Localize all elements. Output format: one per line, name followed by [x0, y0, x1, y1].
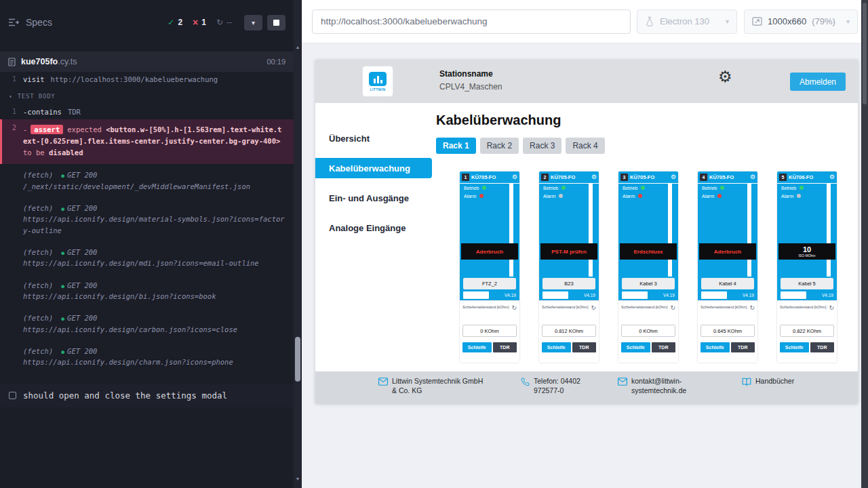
browser-pane: Electron 130 ▾ 1000x660 (79%) ▾ LI — [302, 0, 868, 488]
scrollbar-thumb[interactable] — [295, 337, 300, 382]
logo-icon — [369, 72, 387, 86]
device-model: KÜ705-FO — [551, 174, 589, 180]
specs-label[interactable]: Specs — [26, 17, 52, 28]
meas-label: Schleifenwiderstand [kOhm] — [621, 305, 670, 309]
specs-list-icon[interactable] — [8, 18, 20, 27]
alarm-led — [559, 194, 563, 198]
refresh-icon[interactable]: ↻ — [670, 305, 675, 311]
scroll-down-icon[interactable]: ▼ — [294, 476, 302, 481]
next-test-title[interactable]: should open and close the settings modal — [0, 384, 294, 407]
cable-strip — [747, 184, 751, 277]
fetch-status: GET 200 — [67, 281, 97, 289]
cable-name: B23 — [542, 278, 595, 289]
command-visit[interactable]: 1 visit http://localhost:3000/kabelueber… — [0, 72, 294, 87]
sidebar-item-analoge-eingaenge[interactable]: Analoge Eingänge — [315, 213, 432, 243]
tab-rack-2[interactable]: Rack 2 — [480, 138, 519, 154]
device-card: 1 KÜ705-FO ⚙ Betrieb Alarm Aderbruch FTZ… — [460, 171, 519, 363]
device-settings-icon[interactable]: ⚙ — [591, 174, 597, 180]
tdr-button[interactable]: TDR — [652, 342, 675, 352]
meas-label: Schleifenwiderstand [kOhm] — [780, 305, 829, 309]
meas-value: 0.645 KOhm — [701, 325, 755, 337]
sidebar-item-kabelueberwachung[interactable]: Kabelüberwachung — [315, 158, 432, 178]
fetch-status: GET 200 — [67, 204, 97, 212]
fetch-label: (fetch) — [23, 314, 53, 322]
device-settings-icon[interactable]: ⚙ — [750, 174, 755, 180]
device-model: KÜ705-FO — [709, 174, 748, 180]
tdr-button[interactable]: TDR — [810, 342, 834, 352]
device-card-header: 1 KÜ705-FO ⚙ — [460, 171, 519, 183]
mail-icon — [378, 378, 388, 386]
fetch-label: (fetch) — [23, 281, 53, 289]
footer-manuals[interactable]: Handbücher — [742, 377, 794, 386]
device-status-area: Betrieb Alarm Aderbruch — [460, 183, 519, 278]
refresh-icon[interactable]: ↻ — [829, 305, 834, 311]
device-number: 3 — [620, 174, 628, 181]
cable-strip — [589, 184, 593, 277]
alarm-label: Alarm — [464, 194, 476, 199]
sidebar-item-ein-und-ausgaenge[interactable]: Ein- und Ausgänge — [315, 183, 432, 213]
refresh-icon[interactable]: ↻ — [591, 305, 596, 311]
firmware-row: V4.19 — [777, 289, 837, 300]
firmware-row: V4.19 — [460, 289, 519, 300]
device-model: KÜ705-FO — [471, 174, 510, 180]
betrieb-led — [561, 186, 566, 190]
device-settings-icon[interactable]: ⚙ — [512, 174, 517, 180]
fetch-status: GET 200 — [67, 171, 97, 179]
tab-rack-3[interactable]: Rack 3 — [523, 138, 561, 154]
fw-box — [542, 291, 568, 299]
runner-scrollbar[interactable]: ▲ ▼ — [294, 0, 302, 488]
tdr-button[interactable]: TDR — [493, 342, 517, 352]
firmware-row: V4.19 — [698, 289, 757, 300]
device-card-header: 3 KÜ705-FO ⚙ — [618, 171, 678, 183]
test-stats: ✓ 2 × 1 ↻ -- — [167, 18, 232, 27]
test-body-section[interactable]: ▾ TEST BODY — [0, 87, 294, 104]
measurement-panel: Schleifenwiderstand [kOhm]↻ 0.822 KOhm S… — [777, 300, 837, 363]
cable-strip — [509, 184, 513, 277]
schleife-button[interactable]: Schleife — [701, 342, 730, 352]
station-label: Stationsname — [439, 69, 502, 79]
scrollbar-thumb[interactable] — [863, 3, 867, 104]
schleife-button[interactable]: Schleife — [621, 342, 650, 352]
tab-rack-4[interactable]: Rack 4 — [566, 138, 604, 154]
schleife-button[interactable]: Schleife — [780, 342, 809, 352]
logout-button[interactable]: Abmelden — [790, 73, 846, 91]
alarm-label: Alarm — [623, 194, 635, 199]
sidebar-item-uebersicht[interactable]: Übersicht — [315, 123, 432, 153]
browser-name: Electron 130 — [660, 16, 709, 26]
spec-file-header[interactable]: kue705fo.cy.ts 00:19 — [0, 52, 294, 72]
viewport-select[interactable]: 1000x660 (79%) ▾ — [744, 9, 858, 34]
stop-button[interactable] — [267, 15, 285, 30]
fetch-url: https://api.iconify.design/carbon.json?i… — [23, 324, 285, 335]
littwin-logo: LITTWIN — [363, 66, 393, 96]
failed-assertion[interactable]: 2 -assertexpected <button.w-[50%].h-[1.5… — [0, 119, 294, 164]
url-input[interactable] — [312, 9, 631, 34]
betrieb-label: Betrieb — [702, 186, 717, 190]
page-scrollbar[interactable] — [861, 0, 868, 488]
meas-label: Schleifenwiderstand [kOhm] — [701, 305, 749, 309]
scroll-up-icon[interactable]: ▲ — [294, 45, 302, 49]
refresh-icon[interactable]: ↻ — [511, 305, 517, 311]
fetch-log-entry: (fetch)●GET 200https://api.iconify.desig… — [0, 307, 294, 340]
measurement-panel: Schleifenwiderstand [kOhm]↻ 0 KOhm Schle… — [460, 300, 519, 363]
page-title: Kabelüberwachung — [436, 113, 858, 128]
fw-box — [701, 291, 727, 299]
stat-failed: × 1 — [193, 18, 206, 27]
station-value: CPLV4_Maschen — [439, 82, 502, 92]
cable-strip — [827, 184, 831, 277]
collapse-button[interactable]: ▾ — [244, 15, 262, 30]
tdr-button[interactable]: TDR — [572, 342, 596, 352]
schleife-button[interactable]: Schleife — [462, 342, 492, 352]
device-settings-icon[interactable]: ⚙ — [671, 174, 676, 180]
device-settings-icon[interactable]: ⚙ — [829, 174, 835, 180]
tab-rack-1[interactable]: Rack 1 — [436, 138, 476, 154]
runner-toolbar: Specs ✓ 2 × 1 ↻ -- ▾ — [0, 0, 294, 45]
refresh-icon[interactable]: ↻ — [749, 305, 755, 311]
fetch-url: https://api.iconify.design/mdi.json?icon… — [23, 258, 285, 268]
schleife-button[interactable]: Schleife — [542, 342, 571, 352]
device-card: 5 KÜ706-FO ⚙ Betrieb Alarm 10ISO MOhm Ka… — [777, 171, 837, 363]
settings-gear-icon[interactable]: ⚙ — [718, 69, 732, 85]
tdr-button[interactable]: TDR — [731, 342, 755, 352]
browser-select[interactable]: Electron 130 ▾ — [637, 9, 737, 34]
command-contains[interactable]: 1 -contains TDR — [0, 104, 294, 119]
browser-url-bar: Electron 130 ▾ 1000x660 (79%) ▾ — [302, 0, 868, 43]
